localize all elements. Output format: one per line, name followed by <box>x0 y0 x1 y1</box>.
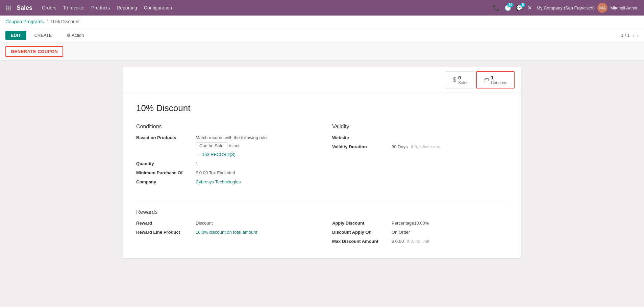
records-link[interactable]: → 153 RECORD(S) <box>196 152 268 157</box>
sales-stat-button[interactable]: $ 0 Sales <box>446 71 475 88</box>
rewards-col-right: Apply Discount Percentage10.00% Discount… <box>332 221 508 248</box>
breadcrumb: Coupon Programs / 10% Discount <box>0 16 644 28</box>
record-body: 10% Discount Conditions Based on Product… <box>123 93 521 258</box>
nav-right: 📞 🕐 30 💬 5 ✕ My Company (San Francisco) … <box>493 3 639 13</box>
create-button[interactable]: CREATE <box>29 31 57 40</box>
brand-title: Sales <box>17 4 32 11</box>
quantity-label: Quantity <box>136 161 190 166</box>
discount-apply-on-label: Discount Apply On <box>332 230 386 235</box>
website-label: Website <box>332 135 386 140</box>
nav-products[interactable]: Products <box>91 5 110 10</box>
validity-duration-label: Validity Duration <box>332 144 386 149</box>
pagination-text: 1 / 1 <box>621 33 629 38</box>
based-on-products-row: Based on Products Match records with the… <box>136 135 312 157</box>
rewards-col-left: Reward Discount Reward Line Product 10.0… <box>136 221 312 248</box>
min-purchase-value: $ 0.00 Tax Excluded <box>196 170 235 175</box>
based-on-products-label: Based on Products <box>136 135 190 140</box>
records-count: 153 RECORD(S) <box>202 152 236 157</box>
reward-line-product-row: Reward Line Product 10.0% discount on to… <box>136 230 312 235</box>
record-title: 10% Discount <box>136 103 508 113</box>
website-row: Website <box>332 135 508 140</box>
rewards-section: Rewards Reward Discount Reward Line Prod… <box>136 202 508 248</box>
based-on-products-desc: Match records with the following rule: <box>196 135 268 140</box>
reward-line-product-value[interactable]: 10.0% discount on total amount <box>196 230 257 235</box>
rewards-row: Reward Discount Reward Line Product 10.0… <box>136 221 508 248</box>
max-discount-row: Max Discount Amount $ 0.00 if 0, no limi… <box>332 239 508 244</box>
stat-buttons: $ 0 Sales 🏷 1 Coupons <box>123 67 521 93</box>
conditions-section: Conditions Based on Products Match recor… <box>136 124 312 188</box>
clock-icon[interactable]: 🕐 30 <box>504 5 511 11</box>
coupons-count: 1 <box>491 75 494 80</box>
pagination: 1 / 1 ‹ › <box>621 32 639 39</box>
company-value[interactable]: Cybrosys Technologies <box>196 179 241 184</box>
can-be-sold-tag: Can be Sold <box>196 142 227 149</box>
coupons-label: Coupons <box>491 80 507 85</box>
apply-discount-row: Apply Discount Percentage10.00% <box>332 221 508 226</box>
edit-button[interactable]: EDIT <box>5 31 26 40</box>
toolbar: EDIT CREATE ⚙ Action 1 / 1 ‹ › <box>0 28 644 43</box>
close-icon[interactable]: ✕ <box>527 5 532 11</box>
min-purchase-row: Minimum Purchase Of $ 0.00 Tax Excluded <box>136 170 312 175</box>
company-label: Company <box>136 179 190 184</box>
rewards-title: Rewards <box>136 209 508 215</box>
coupons-stat-button[interactable]: 🏷 1 Coupons <box>476 71 515 88</box>
discount-apply-on-row: Discount Apply On On Order <box>332 230 508 235</box>
nav-links: Orders To Invoice Products Reporting Con… <box>42 5 490 10</box>
nav-reporting[interactable]: Reporting <box>117 5 137 10</box>
validity-duration-value: 30 Days if 0, infinite use <box>392 144 440 149</box>
user-info: My Company (San Francisco) MA Mitchell A… <box>537 3 639 13</box>
conditions-title: Conditions <box>136 124 312 130</box>
discount-apply-on-value: On Order <box>392 230 410 235</box>
apps-icon[interactable]: ⊞ <box>5 4 11 12</box>
nav-orders[interactable]: Orders <box>42 5 56 10</box>
breadcrumb-current: 10% Discount <box>50 19 79 24</box>
validity-duration-hint: if 0, infinite use <box>411 144 440 149</box>
min-purchase-label: Minimum Purchase Of <box>136 170 190 175</box>
generate-coupon-bar: GENERATE COUPON <box>0 43 644 60</box>
main-content: $ 0 Sales 🏷 1 Coupons 10% Discount <box>0 60 644 307</box>
reward-label: Reward <box>136 221 190 226</box>
apply-discount-label: Apply Discount <box>332 221 386 226</box>
validity-title: Validity <box>332 124 508 130</box>
nav-to-invoice[interactable]: To Invoice <box>63 5 84 10</box>
chat-icon[interactable]: 💬 5 <box>516 5 523 11</box>
sections-row: Conditions Based on Products Match recor… <box>136 124 508 188</box>
coupon-icon: 🏷 <box>484 77 489 83</box>
validity-duration-row: Validity Duration 30 Days if 0, infinite… <box>332 144 508 149</box>
company-name: My Company (San Francisco) <box>537 5 595 10</box>
tag-suffix: is set <box>229 143 240 148</box>
generate-coupon-button[interactable]: GENERATE COUPON <box>5 46 63 57</box>
action-button[interactable]: ⚙ Action <box>67 33 84 38</box>
sales-count: 0 <box>458 75 461 80</box>
max-discount-hint: if 0, no limit <box>407 239 429 244</box>
arrow-icon: → <box>196 152 200 157</box>
dollar-icon: $ <box>453 76 456 83</box>
quantity-value: 1 <box>196 161 198 166</box>
apply-discount-value: Percentage10.00% <box>392 221 429 226</box>
clock-badge: 30 <box>507 3 514 7</box>
avatar[interactable]: MA <box>597 3 608 13</box>
reward-line-product-label: Reward Line Product <box>136 230 190 235</box>
validity-section: Validity Website Validity Duration 30 Da… <box>332 124 508 188</box>
nav-configuration[interactable]: Configuration <box>144 5 172 10</box>
record-card: $ 0 Sales 🏷 1 Coupons 10% Discount <box>123 67 521 258</box>
breadcrumb-parent[interactable]: Coupon Programs <box>5 19 44 24</box>
user-name: Mitchell Admin <box>610 5 639 10</box>
chat-badge: 5 <box>521 3 525 7</box>
phone-icon[interactable]: 📞 <box>493 5 500 11</box>
max-discount-value: $ 0.00 if 0, no limit <box>392 239 429 244</box>
sales-label: Sales <box>458 80 468 85</box>
top-navigation: ⊞ Sales Orders To Invoice Products Repor… <box>0 0 644 16</box>
breadcrumb-separator: / <box>47 19 48 24</box>
prev-page-button[interactable]: ‹ <box>632 32 634 39</box>
next-page-button[interactable]: › <box>637 32 639 39</box>
quantity-row: Quantity 1 <box>136 161 312 166</box>
company-row: Company Cybrosys Technologies <box>136 179 312 184</box>
reward-value: Discount <box>196 221 213 226</box>
max-discount-label: Max Discount Amount <box>332 239 386 244</box>
reward-row: Reward Discount <box>136 221 312 226</box>
